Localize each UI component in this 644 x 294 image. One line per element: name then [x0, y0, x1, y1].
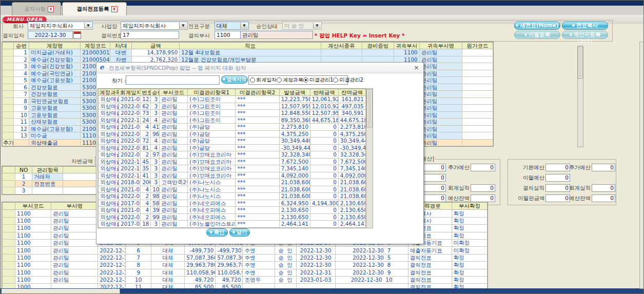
- grid-cell[interactable]: 관리팀: [160, 130, 188, 138]
- grid-cell[interactable]: [3, 91, 14, 98]
- grid-cell[interactable]: [3, 187, 15, 194]
- grid-cell[interactable]: 99: [151, 213, 160, 221]
- grid-cell[interactable]: 21,038,600: [279, 179, 310, 186]
- grid-cell[interactable]: (주)나노시스: [188, 186, 236, 193]
- grid-cell[interactable]: 0: [310, 221, 338, 228]
- grid-cell[interactable]: [462, 132, 493, 140]
- grid-cell[interactable]: 3: [151, 158, 160, 165]
- grid-cell[interactable]: 외상매출금: [99, 144, 119, 151]
- grid-cell[interactable]: 0: [310, 130, 338, 138]
- grid-cell[interactable]: (주)네오피에스: [188, 213, 236, 221]
- grid-cell[interactable]: 2,130,650: [338, 200, 365, 207]
- grid-cell[interactable]: 관리팀: [51, 217, 98, 224]
- grid-cell[interactable]: 4: [141, 124, 151, 131]
- grid-cell[interactable]: [462, 70, 493, 77]
- voucher-no-input[interactable]: 17: [121, 31, 179, 39]
- grid-cell[interactable]: 7,672,500: [279, 158, 310, 165]
- grid-cell[interactable]: 외상매출금: [99, 158, 119, 165]
- grid-cell[interactable]: 대체: [151, 269, 185, 276]
- grid-cell[interactable]: 외상매출금: [99, 151, 119, 159]
- grid-cell[interactable]: 3: [14, 63, 29, 70]
- grid-cell[interactable]: 예수금(국민연금): [29, 70, 81, 77]
- grid-cell[interactable]: 30,349,440: [338, 138, 365, 145]
- grid-cell[interactable]: 2022-12-30: [98, 276, 126, 283]
- grid-cell[interactable]: [362, 49, 394, 56]
- grid-cell[interactable]: [462, 91, 493, 98]
- grid-cell[interactable]: 10: [14, 111, 29, 119]
- grid-cell[interactable]: ***: [236, 96, 279, 103]
- grid-cell[interactable]: 4,092,000: [338, 172, 365, 179]
- grid-cell[interactable]: 대체: [151, 247, 185, 254]
- grid-cell[interactable]: [3, 239, 15, 246]
- radio-icon[interactable]: [303, 77, 308, 83]
- grid-cell[interactable]: 8: [14, 97, 29, 105]
- grid-cell[interactable]: 2022-01-00: [119, 151, 141, 159]
- grid-cell[interactable]: 1100: [15, 232, 51, 239]
- grid-cell[interactable]: [462, 77, 493, 84]
- grid-cell[interactable]: 12,507,959: [279, 103, 310, 110]
- grid-cell[interactable]: 관리팀: [419, 139, 462, 146]
- dialog-title-bar[interactable]: e 전표세부항목(SPNDCDPop) 팝업 -- 웹 페이지 대화 상자 ×: [96, 63, 423, 73]
- grid-cell[interactable]: 21,038,600: [338, 193, 365, 200]
- grid-cell[interactable]: ***: [236, 124, 279, 131]
- grid-cell[interactable]: 거래처: [32, 173, 63, 181]
- grid-cell[interactable]: [3, 63, 14, 70]
- ok-button[interactable]: 확인: [206, 228, 228, 237]
- grid-cell[interactable]: 7,345,140: [279, 165, 310, 172]
- vertical-scrollbar[interactable]: [639, 42, 644, 289]
- grid-cell[interactable]: 12,507,959: [310, 110, 338, 117]
- grid-cell[interactable]: 0: [310, 213, 338, 221]
- grid-cell[interactable]: 49,720: [216, 276, 243, 283]
- grid-cell[interactable]: 산재보험료: [29, 119, 81, 126]
- grid-cell[interactable]: 2022-12-31: [296, 269, 335, 276]
- grid-cell[interactable]: 관리팀: [419, 91, 462, 98]
- grid-cell[interactable]: 2,464,141: [279, 221, 310, 228]
- grid-cell[interactable]: 6: [14, 84, 29, 91]
- dialog-scrollbar[interactable]: [366, 88, 373, 228]
- grid-cell[interactable]: 대체: [151, 262, 185, 269]
- grid-cell[interactable]: 관리팀: [51, 239, 98, 246]
- grid-cell[interactable]: 62: [141, 103, 151, 110]
- grid-cell[interactable]: 관리팀: [419, 70, 462, 77]
- grid-cell[interactable]: [462, 84, 493, 91]
- grid-cell[interactable]: [3, 210, 15, 217]
- grid-cell[interactable]: 4: [151, 116, 160, 124]
- grid-cell[interactable]: 58: [151, 200, 160, 207]
- grid-cell[interactable]: 97: [151, 151, 160, 159]
- grid-cell[interactable]: 1100: [15, 276, 51, 283]
- grid-cell[interactable]: [3, 97, 14, 105]
- grid-cell[interactable]: 3: [151, 110, 160, 117]
- grid-cell[interactable]: 2,130,650: [279, 207, 310, 214]
- grid-cell[interactable]: 14,378,950: [132, 49, 180, 56]
- grid-cell[interactable]: 주엔: [243, 247, 275, 254]
- grid-cell[interactable]: 2,130,650: [338, 207, 365, 214]
- grid-cell[interactable]: 109: [151, 186, 160, 193]
- grid-cell[interactable]: ***: [236, 200, 279, 207]
- grid-cell[interactable]: 9: [14, 105, 29, 112]
- grid-cell[interactable]: 외상매출금: [99, 103, 119, 110]
- grid-cell[interactable]: -499,730: [216, 247, 243, 254]
- grid-cell[interactable]: 1100: [15, 210, 51, 217]
- grid-cell[interactable]: [3, 276, 15, 283]
- grid-cell[interactable]: 대체: [151, 276, 185, 283]
- grid-cell[interactable]: 외상매출금: [99, 193, 119, 200]
- grid-cell[interactable]: 고객만족2팀(J2: [160, 179, 188, 186]
- grid-cell[interactable]: ***: [236, 193, 279, 200]
- grid-cell[interactable]: 73: [141, 110, 151, 117]
- grid-cell[interactable]: 4: [141, 200, 151, 207]
- grid-cell[interactable]: 2022-01-31: [119, 103, 141, 110]
- scrollbar-thumb[interactable]: [367, 90, 372, 127]
- grid-cell[interactable]: 관리팀: [419, 111, 462, 119]
- grid-cell[interactable]: 2,130,650: [338, 213, 365, 221]
- grid-cell[interactable]: (주)그린조이: [188, 116, 236, 124]
- grid-cell[interactable]: ***: [236, 186, 279, 193]
- grid-cell[interactable]: 0: [310, 158, 338, 165]
- grid-cell[interactable]: 확정: [452, 225, 487, 232]
- grid-cell[interactable]: 2022-12-30 10: [335, 276, 408, 283]
- grid-cell[interactable]: 2,130,650: [279, 213, 310, 221]
- grid-cell[interactable]: 4: [14, 70, 29, 77]
- grid-cell[interactable]: (주)노블인더스트리: [188, 221, 236, 228]
- grid-cell[interactable]: ***: [236, 158, 279, 165]
- grid-cell[interactable]: ***: [236, 144, 279, 151]
- grid-cell[interactable]: 승 인: [275, 276, 296, 283]
